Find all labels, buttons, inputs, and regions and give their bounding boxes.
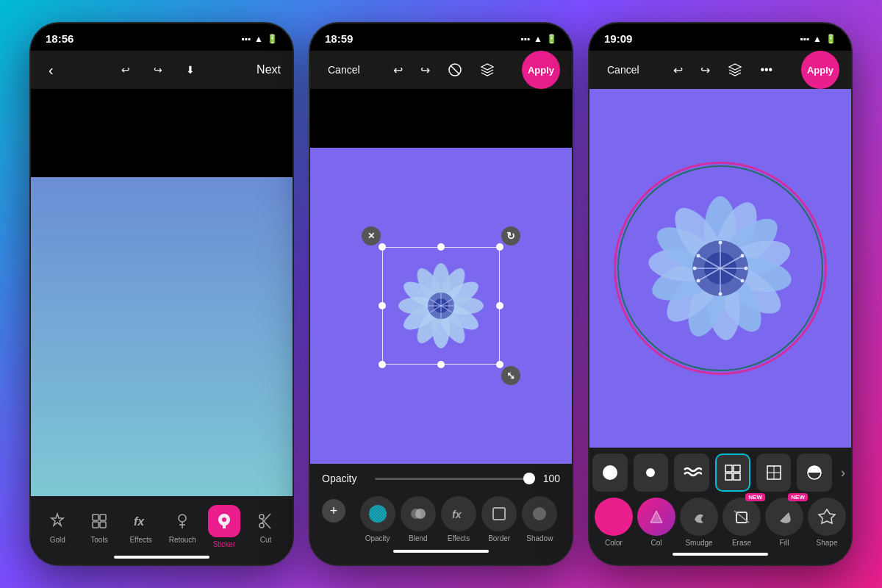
layers-button-3[interactable] <box>725 60 745 80</box>
battery-icon-2: 🔋 <box>546 34 557 44</box>
more-button-3[interactable]: ••• <box>757 60 775 79</box>
blend-icon <box>401 496 436 531</box>
handle-bm[interactable] <box>437 361 445 368</box>
handle-tl[interactable] <box>379 243 386 251</box>
opacity-tool-label: Opacity <box>365 534 390 542</box>
svg-rect-1 <box>100 514 106 520</box>
tool-shadow[interactable]: Shadow <box>522 496 557 542</box>
toolbar-items-1: Gold Tools fx Effects <box>31 502 293 551</box>
tool-border[interactable]: Border <box>481 496 517 542</box>
tool-gold[interactable]: Gold <box>39 509 76 544</box>
tool-fill[interactable]: NEW Fill <box>765 498 803 547</box>
color-label: Color <box>605 539 623 547</box>
canvas-gradient <box>31 177 293 496</box>
handle-rm[interactable] <box>496 302 503 309</box>
wifi-icon-2: ▲ <box>534 34 542 44</box>
phones-container: 18:56 ▪▪▪ ▲ 🔋 ‹ ↩ ↪ ⬇ <box>0 0 882 588</box>
brush-half[interactable] <box>797 453 832 492</box>
color-circle <box>595 498 633 536</box>
tool-sticker[interactable]: Sticker <box>206 505 243 548</box>
opacity-thumb[interactable] <box>523 473 535 484</box>
canvas-1 <box>31 89 293 496</box>
effects-icon: fx <box>129 509 153 533</box>
blend-tool-label: Blend <box>409 534 428 542</box>
sticker-icon <box>208 505 240 537</box>
handle-tr[interactable] <box>496 243 503 251</box>
home-indicator-3 <box>673 553 768 556</box>
rotate-handle[interactable]: ↻ <box>501 226 520 245</box>
add-button[interactable]: + <box>322 499 345 523</box>
svg-rect-0 <box>93 514 98 520</box>
brush-active[interactable] <box>715 453 750 492</box>
signal-icon-2: ▪▪▪ <box>520 34 530 44</box>
svg-rect-38 <box>369 505 387 523</box>
cancel-button-3[interactable]: Cancel <box>601 61 645 79</box>
scale-handle[interactable]: ⤡ <box>501 366 520 385</box>
apply-button-2[interactable]: Apply <box>522 51 560 89</box>
paint-label: Col <box>650 539 662 547</box>
status-icons-3: ▪▪▪ ▲ 🔋 <box>800 34 836 44</box>
tool-effects[interactable]: fx Effects <box>123 509 159 544</box>
brush-wave[interactable] <box>674 453 709 492</box>
next-button[interactable]: Next <box>257 63 281 76</box>
tool-erase[interactable]: NEW Erase <box>723 498 761 547</box>
green-outline <box>617 165 823 371</box>
brush-large-dot[interactable] <box>592 453 628 492</box>
canvas-2: ✕ ↻ ⤡ <box>310 148 572 464</box>
apply-button-3[interactable]: Apply <box>801 51 839 89</box>
tool-tools[interactable]: Tools <box>81 509 118 544</box>
undo-button-3[interactable]: ↩ <box>670 60 686 80</box>
svg-point-6 <box>222 517 226 522</box>
handle-bl[interactable] <box>379 361 386 368</box>
brush-more-arrow: › <box>838 453 848 492</box>
svg-point-77 <box>646 468 655 477</box>
nav-icons-2: ↩ ↪ <box>390 60 498 80</box>
new-badge-fill: NEW <box>788 493 808 501</box>
tool-retouch[interactable]: Retouch <box>164 509 201 544</box>
transform-box[interactable]: ✕ ↻ ⤡ <box>382 247 500 365</box>
bottom-bar-1: Gold Tools fx Effects <box>31 496 293 564</box>
download-button-1[interactable]: ⬇ <box>180 61 201 79</box>
tool-effects-2[interactable]: fx Effects <box>441 496 476 542</box>
redo-button-2[interactable]: ↪ <box>417 60 433 80</box>
back-button-1[interactable]: ‹ <box>43 59 60 82</box>
wifi-icon-3: ▲ <box>813 34 822 44</box>
undo-button-2[interactable]: ↩ <box>390 60 406 80</box>
erase-label: Erase <box>732 539 751 547</box>
nav-bar-1: ‹ ↩ ↪ ⬇ Next <box>31 51 293 89</box>
tool-shape[interactable]: Shape <box>808 498 846 547</box>
close-handle[interactable]: ✕ <box>362 226 381 245</box>
redo-button-3[interactable]: ↪ <box>698 60 713 80</box>
svg-text:fx: fx <box>452 509 462 520</box>
handle-lm[interactable] <box>379 302 386 309</box>
eraser-button-2[interactable] <box>445 60 465 80</box>
redo-button-1[interactable]: ↪ <box>148 61 168 79</box>
svg-point-8 <box>259 514 264 519</box>
signal-icon-1: ▪▪▪ <box>241 34 251 44</box>
handle-br[interactable] <box>496 361 503 368</box>
opacity-slider[interactable] <box>375 478 529 480</box>
phone-3: 19:09 ▪▪▪ ▲ 🔋 Cancel ↩ ↪ ••• Apply <box>588 22 853 566</box>
handle-tm[interactable] <box>437 243 445 251</box>
shape-label: Shape <box>817 539 838 547</box>
canvas-dark-top <box>31 89 293 177</box>
svg-line-12 <box>451 65 459 74</box>
tool-color[interactable]: Color <box>595 498 633 547</box>
undo-button-1[interactable]: ↩ <box>115 61 136 79</box>
layers-button-2[interactable] <box>477 60 498 80</box>
tool-paint[interactable]: Col <box>637 498 675 547</box>
tool-smudge[interactable]: Smudge <box>680 498 718 547</box>
tool-cut[interactable]: Cut <box>248 509 284 544</box>
svg-rect-80 <box>725 473 732 480</box>
status-icons-2: ▪▪▪ ▲ 🔋 <box>520 34 557 44</box>
brush-medium-dot[interactable] <box>634 453 669 492</box>
fill-circle: NEW <box>765 498 803 536</box>
tool-blend[interactable]: Blend <box>401 496 436 542</box>
cancel-button-2[interactable]: Cancel <box>322 61 366 79</box>
brush-stamp[interactable] <box>756 453 792 492</box>
tool-row-3: Color Col Smu <box>592 498 848 547</box>
nav-icons-1: ↩ ↪ ⬇ <box>115 61 201 79</box>
tool-opacity[interactable]: Opacity <box>360 496 395 542</box>
time-1: 18:56 <box>46 32 74 45</box>
time-3: 19:09 <box>604 32 632 45</box>
